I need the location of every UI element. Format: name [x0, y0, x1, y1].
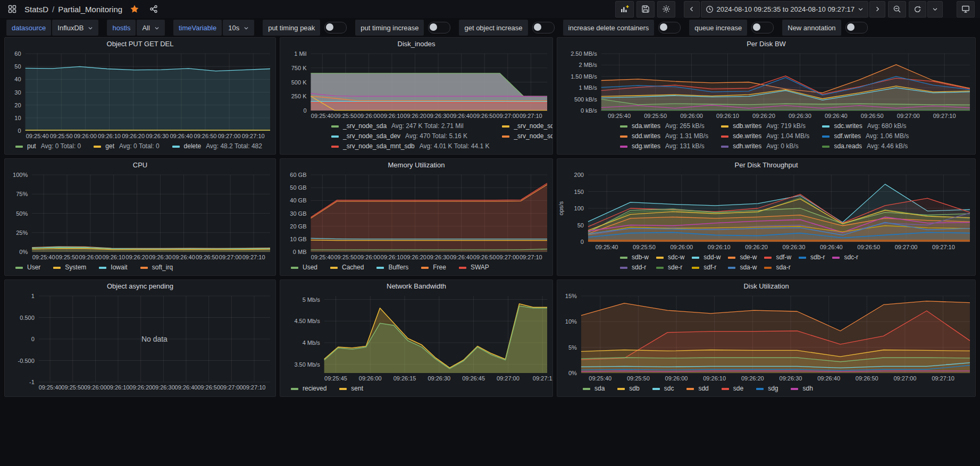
legend-item-sde-r[interactable]: sde-r: [656, 263, 684, 272]
legend-item-system[interactable]: System: [53, 263, 86, 272]
variable-value-dropdown[interactable]: All: [137, 20, 164, 36]
panel-chart[interactable]: 09:25:4009:25:5009:26:0009:26:1009:26:20…: [280, 50, 552, 121]
dashboard-settings-button[interactable]: [657, 1, 675, 18]
legend-item-sdg.writes[interactable]: sdg.writesAvg: 131 kB/s: [620, 142, 708, 151]
legend-item-sdc-r[interactable]: sdc-r: [832, 253, 858, 262]
legend-item-put[interactable]: putAvg: 0 Total: 0: [15, 142, 81, 151]
legend-item-free[interactable]: Free: [421, 263, 446, 272]
panel-chart[interactable]: 09:25:4009:25:5009:26:0009:26:1009:26:20…: [5, 293, 275, 392]
chart-canvas[interactable]: 09:25:4509:26:0009:26:1509:26:3009:26:45…: [280, 293, 552, 383]
add-panel-button[interactable]: [615, 1, 634, 18]
legend-item-sdd-w[interactable]: sdd-w: [692, 253, 721, 262]
panel-chart[interactable]: 09:25:4009:25:5009:26:0009:26:1009:26:20…: [280, 172, 552, 262]
variable-toggle[interactable]: [658, 22, 681, 33]
panel-title[interactable]: Object async pending: [5, 280, 275, 293]
legend-item-_srv_node_sda_dev_shm[interactable]: _srv_node_sda_dev_shmAvg: 1 Total: 11: [502, 132, 553, 141]
legend-item-sda.reads[interactable]: sda.readsAvg: 4.46 kB/s: [822, 142, 909, 151]
panel-chart[interactable]: 09:25:4009:25:5009:26:0009:26:1009:26:20…: [5, 50, 275, 141]
chart-canvas[interactable]: 09:25:4009:25:5009:26:0009:26:1009:26:20…: [557, 50, 975, 121]
legend-item-sdb.writes[interactable]: sdb.writesAvg: 719 kB/s: [721, 122, 809, 131]
legend-item-sdb[interactable]: sdb: [617, 384, 639, 393]
chart-canvas[interactable]: 09:25:4009:25:5009:26:0009:26:1009:26:20…: [557, 172, 975, 252]
kiosk-mode-button[interactable]: [957, 1, 975, 18]
legend-label: Free: [433, 263, 446, 272]
variable-value-dropdown[interactable]: InfluxDB: [52, 20, 98, 36]
panel-chart[interactable]: 09:25:4009:25:5009:26:0009:26:1009:26:20…: [557, 293, 975, 383]
chart-canvas[interactable]: 09:25:4009:25:5009:26:0009:26:1009:26:20…: [5, 172, 275, 262]
variable-toggle[interactable]: [428, 22, 450, 33]
legend-item-_srv_node_sda_boot[interactable]: _srv_node_sda_bootAvg: 304 Total: 3.34 K: [502, 122, 553, 131]
legend-item-sda-r[interactable]: sda-r: [764, 263, 791, 272]
legend-item-sdd-r[interactable]: sdd-r: [620, 263, 649, 272]
legend-item-iowait[interactable]: Iowait: [99, 263, 127, 272]
chart-canvas[interactable]: 09:25:4009:25:5009:26:0009:26:1009:26:20…: [5, 50, 275, 141]
legend-item-cached[interactable]: Cached: [330, 263, 364, 272]
panel-title[interactable]: Object PUT GET DEL: [5, 38, 275, 50]
breadcrumb-app[interactable]: StatsD: [24, 5, 48, 14]
refresh-interval-dropdown[interactable]: [927, 1, 943, 18]
panel-title[interactable]: Per Disk BW: [557, 38, 975, 50]
legend-item-sdb-r[interactable]: sdb-r: [799, 253, 825, 262]
legend-item-sda.writes[interactable]: sda.writesAvg: 265 kB/s: [620, 122, 708, 131]
panel-title[interactable]: Disk_inodes: [280, 38, 552, 50]
legend-item-sdb-w[interactable]: sdb-w: [620, 253, 649, 262]
legend-item-sda-w[interactable]: sda-w: [728, 263, 757, 272]
legend-item-sde[interactable]: sde: [722, 384, 743, 393]
variable-value-dropdown[interactable]: 10s: [223, 20, 254, 36]
legend-item-_srv_node_sda[interactable]: _srv_node_sdaAvg: 247 K Total: 2.71 Mil: [331, 122, 489, 131]
legend-item-sdc.writes[interactable]: sdc.writesAvg: 680 kB/s: [822, 122, 909, 131]
legend-item-sdh[interactable]: sdh: [791, 384, 813, 393]
legend-item-sde.writes[interactable]: sde.writesAvg: 1.04 MB/s: [721, 132, 809, 141]
time-range-back-button[interactable]: [684, 1, 700, 18]
save-dashboard-button[interactable]: [636, 1, 655, 18]
legend-item-sdd[interactable]: sdd: [686, 384, 708, 393]
star-icon[interactable]: [128, 2, 141, 16]
panel-title[interactable]: Disk Utilization: [557, 280, 975, 293]
panel-chart[interactable]: 09:25:4009:25:5009:26:0009:26:1009:26:20…: [557, 50, 975, 121]
apps-icon[interactable]: [5, 2, 19, 16]
share-icon[interactable]: [147, 2, 161, 16]
legend-item-sdh.writes[interactable]: sdh.writesAvg: 0 kB/s: [721, 142, 809, 151]
panel-chart[interactable]: 09:25:4509:26:0009:26:1509:26:3009:26:45…: [280, 293, 552, 383]
chart-canvas[interactable]: 09:25:4009:25:5009:26:0009:26:1009:26:20…: [280, 50, 552, 121]
panel-title[interactable]: Per Disk Throughput: [557, 159, 975, 172]
legend-item-sent[interactable]: sent: [339, 384, 363, 393]
legend-item-user[interactable]: User: [15, 263, 40, 272]
time-range-forward-button[interactable]: [869, 1, 885, 18]
chart-canvas[interactable]: 09:25:4009:25:5009:26:0009:26:1009:26:20…: [5, 293, 275, 392]
legend-item-sdf-r[interactable]: sdf-r: [692, 263, 721, 272]
legend-item-sdc[interactable]: sdc: [652, 384, 674, 393]
variable-toggle[interactable]: [532, 22, 555, 33]
legend-item-sdc-w[interactable]: sdc-w: [656, 253, 684, 262]
breadcrumb[interactable]: StatsD / Partial_Monitoring: [24, 5, 122, 14]
legend-item-sdg[interactable]: sdg: [756, 384, 778, 393]
legend-item-get[interactable]: getAvg: 0 Total: 0: [94, 142, 159, 151]
legend-item-recieved[interactable]: recieved: [291, 384, 326, 393]
variable-toggle[interactable]: [845, 22, 868, 33]
panel-chart[interactable]: 09:25:4009:25:5009:26:0009:26:1009:26:20…: [557, 172, 975, 252]
legend-item-sdf.writes[interactable]: sdf.writesAvg: 1.06 MB/s: [822, 132, 909, 141]
legend-item-_srv_node_sda_mnt_sdb[interactable]: _srv_node_sda_mnt_sdbAvg: 4.01 K Total: …: [331, 142, 489, 151]
chart-canvas[interactable]: 09:25:4009:25:5009:26:0009:26:1009:26:20…: [557, 293, 975, 383]
chart-canvas[interactable]: 09:25:4009:25:5009:26:0009:26:1009:26:20…: [280, 172, 552, 262]
panel-title[interactable]: Network Bandwidth: [280, 280, 552, 293]
legend-item-sde-w[interactable]: sde-w: [728, 253, 757, 262]
legend-item-soft_irq[interactable]: soft_irq: [140, 263, 173, 272]
breadcrumb-dashboard[interactable]: Partial_Monitoring: [58, 5, 122, 14]
legend-item-sdd.writes[interactable]: sdd.writesAvg: 1.31 MB/s: [620, 132, 708, 141]
legend-item-used[interactable]: Used: [291, 263, 317, 272]
time-range-picker-button[interactable]: 2024-08-10 09:25:35 to 2024-08-10 09:27:…: [701, 1, 869, 18]
refresh-button[interactable]: [909, 1, 926, 18]
legend-item-swap[interactable]: SWAP: [459, 263, 489, 272]
legend-item-sda[interactable]: sda: [583, 384, 605, 393]
panel-title[interactable]: Memory Utilization: [280, 159, 552, 172]
zoom-out-button[interactable]: [888, 1, 906, 18]
variable-toggle[interactable]: [751, 22, 774, 33]
panel-title[interactable]: CPU: [5, 159, 275, 172]
legend-item-delete[interactable]: deleteAvg: 48.2 Total: 482: [172, 142, 262, 151]
panel-chart[interactable]: 09:25:4009:25:5009:26:0009:26:1009:26:20…: [5, 172, 275, 262]
legend-item-buffers[interactable]: Buffers: [376, 263, 408, 272]
variable-toggle[interactable]: [324, 22, 347, 33]
legend-item-sdf-w[interactable]: sdf-w: [764, 253, 791, 262]
legend-item-_srv_node_sda_dev[interactable]: _srv_node_sda_devAvg: 470 Total: 5.16 K: [331, 132, 489, 141]
